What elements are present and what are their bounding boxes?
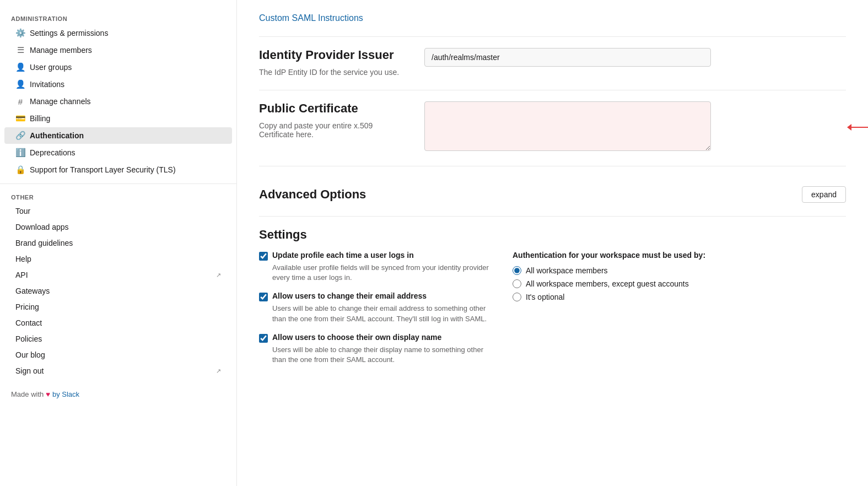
checkbox-allow-email-desc: Users will be able to change their email… xyxy=(272,304,490,323)
slack-link[interactable]: by Slack xyxy=(52,390,79,398)
sidebar-item-manage-members[interactable]: ☰ Manage members xyxy=(4,42,232,58)
advanced-options-row: Advanced Options expand xyxy=(259,177,846,212)
sidebar-item-label: Contact xyxy=(15,318,221,327)
section-divider-idp xyxy=(259,36,846,37)
sidebar-divider xyxy=(0,183,236,184)
checkbox-update-profile: Update profile each time a user logs in … xyxy=(259,251,490,283)
radio-all-members-input[interactable] xyxy=(513,266,521,275)
sidebar-item-policies[interactable]: Policies xyxy=(4,331,232,347)
gear-icon: ⚙️ xyxy=(15,28,25,38)
arrow-indicator xyxy=(847,124,868,131)
radio-all-members[interactable]: All workspace members xyxy=(513,266,846,275)
sidebar-item-label: Manage members xyxy=(30,46,221,55)
custom-saml-link[interactable]: Custom SAML Instructions xyxy=(259,0,846,32)
idp-section-left: Identity Provider Issuer The IdP Entity … xyxy=(259,48,413,77)
idp-description: The IdP Entity ID for the service you us… xyxy=(259,68,402,77)
other-section-label: OTHER xyxy=(0,190,236,203)
checkbox-display-name-label[interactable]: Allow users to choose their own display … xyxy=(259,333,490,343)
sidebar-item-download-apps[interactable]: Download apps xyxy=(4,219,232,235)
idp-section-right xyxy=(424,48,846,67)
radio-optional-label: It's optional xyxy=(526,293,564,301)
made-with-footer: Made with ♥ by Slack xyxy=(0,379,236,401)
admin-section-label: ADMINISTRATION xyxy=(0,11,236,24)
sidebar-item-manage-channels[interactable]: # Manage channels xyxy=(4,93,232,110)
sidebar-item-label: Tour xyxy=(15,207,221,215)
sidebar-item-label: API xyxy=(15,271,211,279)
auth-icon: 🔗 xyxy=(15,131,25,141)
checkbox-display-name: Allow users to choose their own display … xyxy=(259,333,490,365)
sidebar-item-billing[interactable]: 💳 Billing xyxy=(4,110,232,127)
radio-except-guest[interactable]: All workspace members, except guest acco… xyxy=(513,279,846,288)
idp-input-wrap xyxy=(424,48,711,67)
sidebar-item-label: Invitations xyxy=(30,80,221,89)
checkbox-update-profile-input[interactable] xyxy=(259,252,268,261)
members-icon: ☰ xyxy=(15,45,25,55)
sidebar-item-gateways[interactable]: Gateways xyxy=(4,283,232,299)
info-icon: ℹ️ xyxy=(15,148,25,158)
sign-out-external-icon: ↗ xyxy=(216,368,221,375)
sidebar-item-brand-guidelines[interactable]: Brand guidelines xyxy=(4,235,232,251)
checkbox-allow-email-label[interactable]: Allow users to change their email addres… xyxy=(259,291,490,301)
advanced-options-title: Advanced Options xyxy=(259,187,366,202)
sidebar-item-label: Pricing xyxy=(15,303,221,311)
external-link-icon: ↗ xyxy=(216,272,221,279)
arrow-line xyxy=(851,127,868,128)
sidebar-item-label: Manage channels xyxy=(30,97,221,106)
sidebar-item-label: Deprecations xyxy=(30,148,221,157)
settings-grid: Update profile each time a user logs in … xyxy=(259,251,846,374)
radio-optional-input[interactable] xyxy=(513,293,521,301)
sidebar-item-our-blog[interactable]: Our blog xyxy=(4,347,232,363)
heart-icon: ♥ xyxy=(46,390,50,398)
sidebar-item-pricing[interactable]: Pricing xyxy=(4,299,232,315)
sidebar-item-invitations[interactable]: 👤 Invitations xyxy=(4,76,232,93)
usergroup-icon: 👤 xyxy=(15,62,25,72)
sidebar-item-tls[interactable]: 🔒 Support for Transport Layer Security (… xyxy=(4,161,232,178)
idp-section: Identity Provider Issuer The IdP Entity … xyxy=(259,48,846,77)
checkbox-allow-email-input[interactable] xyxy=(259,293,268,301)
checkbox-display-name-input[interactable] xyxy=(259,334,268,343)
cert-section: Public Certificate Copy and paste your e… xyxy=(259,101,846,153)
cert-textarea[interactable] xyxy=(424,101,711,151)
section-divider-cert xyxy=(259,90,846,90)
expand-button[interactable]: expand xyxy=(802,186,846,203)
radio-except-guest-input[interactable] xyxy=(513,279,521,288)
sidebar-item-api[interactable]: API ↗ xyxy=(4,267,232,283)
checkbox-display-name-text: Allow users to choose their own display … xyxy=(272,333,441,342)
sidebar-item-label: Policies xyxy=(15,334,221,343)
checkbox-update-profile-text: Update profile each time a user logs in xyxy=(272,251,414,260)
sidebar-item-tour[interactable]: Tour xyxy=(4,203,232,219)
cert-description: Copy and paste your entire x.509 Certifi… xyxy=(259,121,402,139)
sidebar-item-label: Our blog xyxy=(15,350,221,359)
made-with-text: Made with xyxy=(11,390,44,398)
sidebar-item-label: Support for Transport Layer Security (TL… xyxy=(30,165,221,174)
radio-optional[interactable]: It's optional xyxy=(513,293,846,301)
sidebar-item-authentication[interactable]: 🔗 Authentication xyxy=(4,127,232,144)
idp-title: Identity Provider Issuer xyxy=(259,48,413,62)
channels-icon: # xyxy=(15,96,25,106)
sidebar-item-settings-permissions[interactable]: ⚙️ Settings & permissions xyxy=(4,25,232,41)
lock-icon: 🔒 xyxy=(15,165,25,175)
sidebar-item-label: Billing xyxy=(30,114,221,123)
section-divider-advanced xyxy=(259,166,846,166)
sidebar-item-label: User groups xyxy=(30,63,221,72)
checkbox-allow-email-text: Allow users to change their email addres… xyxy=(272,291,427,300)
checkbox-update-profile-label[interactable]: Update profile each time a user logs in xyxy=(259,251,490,261)
auth-section-title: Authentication for your workspace must b… xyxy=(513,251,846,260)
cert-textarea-wrap xyxy=(424,101,846,153)
settings-title: Settings xyxy=(259,228,846,242)
billing-icon: 💳 xyxy=(15,114,25,123)
sidebar-item-label: Brand guidelines xyxy=(15,239,221,247)
sidebar-item-contact[interactable]: Contact xyxy=(4,315,232,331)
checkbox-allow-email: Allow users to change their email addres… xyxy=(259,291,490,323)
sidebar-item-deprecations[interactable]: ℹ️ Deprecations xyxy=(4,144,232,161)
settings-checkboxes: Update profile each time a user logs in … xyxy=(259,251,490,374)
section-divider-settings xyxy=(259,216,846,217)
sidebar-item-label: Download apps xyxy=(15,223,221,231)
main-content: Custom SAML Instructions Identity Provid… xyxy=(237,0,868,486)
sidebar-item-help[interactable]: Help xyxy=(4,251,232,267)
cert-title: Public Certificate xyxy=(259,101,413,116)
sidebar-item-sign-out[interactable]: Sign out ↗ xyxy=(4,363,232,379)
idp-issuer-input[interactable] xyxy=(424,48,711,67)
sidebar-item-user-groups[interactable]: 👤 User groups xyxy=(4,59,232,75)
arrow-head-icon xyxy=(847,124,851,131)
